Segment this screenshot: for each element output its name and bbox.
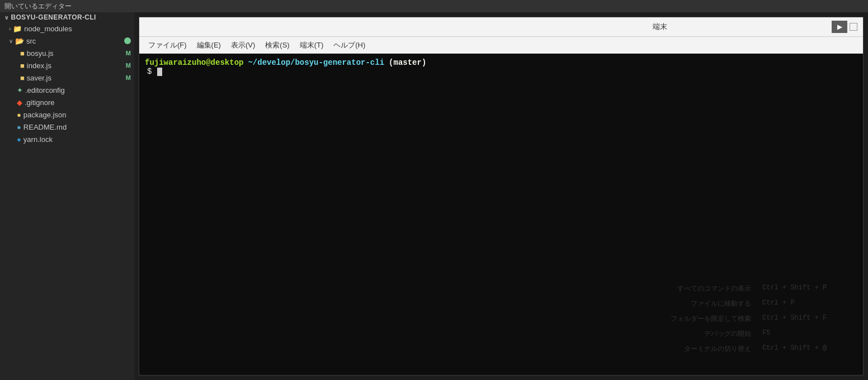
terminal-controls: ▶ xyxy=(832,21,858,33)
menu-edit[interactable]: 編集(E) xyxy=(192,39,225,51)
package-json-icon: ● xyxy=(17,111,21,119)
hint-key-4: Ctrl + Shift + @ xyxy=(762,344,852,354)
readme-label: README.md xyxy=(23,123,134,131)
prompt-path: ~/develop/bosyu-generator-cli xyxy=(248,58,384,67)
terminal-body-inner: fujiwaraizuho@desktop ~/develop/bosyu-ge… xyxy=(145,58,857,370)
readme-icon: ● xyxy=(17,123,21,131)
yarn-lock-label: yarn.lock xyxy=(23,135,134,144)
hints-section: すべてのコマンドの表示 Ctrl + Shift + P ファイルに移動する C… xyxy=(145,284,857,370)
topbar-label: 開いているエディター xyxy=(4,2,72,11)
sidebar-item-package-json[interactable]: ● package.json xyxy=(0,108,134,121)
sidebar-item-node-modules[interactable]: › 📁 node_modules xyxy=(0,22,134,35)
folder-chevron-src: ∨ xyxy=(9,38,13,44)
hint-key-2: Ctrl + Shift + F xyxy=(762,314,852,324)
saver-js-badge: M xyxy=(126,74,131,81)
terminal-container: 端末 ▶ ファイル(F) 編集(E) 表示(V) 検索(S) 端末(T) ヘルプ… xyxy=(134,12,868,380)
hint-row-1: ファイルに移動する Ctrl + P xyxy=(145,299,852,308)
bosyu-js-badge: M xyxy=(126,50,131,56)
js-icon-index: ■ xyxy=(20,61,25,70)
hint-label-0: すべてのコマンドの表示 xyxy=(677,284,751,293)
bosyu-js-label: bosyu.js xyxy=(27,49,126,58)
terminal-maximize-icon[interactable] xyxy=(850,23,857,31)
src-badge xyxy=(124,37,131,44)
sidebar-item-editorconfig[interactable]: ✦ .editorconfig xyxy=(0,84,134,96)
menu-help[interactable]: ヘルプ(H) xyxy=(329,39,370,51)
hint-row-3: デバッグの開始 F5 xyxy=(145,329,852,339)
cursor-block xyxy=(157,68,162,76)
menu-terminal[interactable]: 端末(T) xyxy=(295,39,328,51)
hint-row-4: ターミナルの切り替え Ctrl + Shift + @ xyxy=(145,344,852,354)
folder-chevron-node-modules: › xyxy=(9,26,11,32)
hint-key-1: Ctrl + P xyxy=(762,299,852,308)
package-json-label: package.json xyxy=(23,111,134,119)
gitignore-label: .gitignore xyxy=(25,98,134,107)
sidebar: ∨ BOSYU-GENERATOR-CLI › 📁 node_modules ∨… xyxy=(0,12,134,380)
editorconfig-label: .editorconfig xyxy=(25,86,134,94)
sidebar-item-index-js[interactable]: ■ index.js M xyxy=(0,59,134,72)
menu-file[interactable]: ファイル(F) xyxy=(144,39,191,51)
project-chevron: ∨ xyxy=(4,15,8,21)
terminal-window: 端末 ▶ ファイル(F) 編集(E) 表示(V) 検索(S) 端末(T) ヘルプ… xyxy=(139,17,864,376)
hint-label-1: ファイルに移動する xyxy=(691,299,751,308)
hint-key-0: Ctrl + Shift + P xyxy=(762,284,852,293)
hint-key-3: F5 xyxy=(762,329,852,339)
hint-row-2: フォルダーを限定して検索 Ctrl + Shift + F xyxy=(145,314,852,324)
top-bar: 開いているエディター xyxy=(0,0,868,12)
sidebar-item-saver-js[interactable]: ■ saver.js M xyxy=(0,72,134,84)
prompt-line: fujiwaraizuho@desktop ~/develop/bosyu-ge… xyxy=(145,58,857,67)
editorconfig-icon: ✦ xyxy=(17,86,23,94)
terminal-titlebar: 端末 ▶ xyxy=(139,17,863,37)
terminal-title: 端末 xyxy=(488,22,832,32)
prompt-user: fujiwaraizuho@desktop xyxy=(145,58,243,67)
prompt-dollar: $ xyxy=(147,67,152,76)
gitignore-icon: ◆ xyxy=(17,98,22,107)
js-icon-bosyu: ■ xyxy=(20,49,25,58)
sidebar-item-yarn-lock[interactable]: ● yarn.lock xyxy=(0,133,134,145)
hint-label-2: フォルダーを限定して検索 xyxy=(671,314,751,324)
hint-label-4: ターミナルの切り替え xyxy=(684,344,751,354)
project-root[interactable]: ∨ BOSYU-GENERATOR-CLI xyxy=(0,12,134,22)
yarn-lock-icon: ● xyxy=(17,135,21,144)
hint-row-0: すべてのコマンドの表示 Ctrl + Shift + P xyxy=(145,284,852,293)
src-label: src xyxy=(26,37,124,45)
terminal-run-button[interactable]: ▶ xyxy=(832,21,847,33)
prompt-branch: (master) xyxy=(389,58,426,67)
sidebar-item-src[interactable]: ∨ 📂 src xyxy=(0,35,134,47)
main-layout: ∨ BOSYU-GENERATOR-CLI › 📁 node_modules ∨… xyxy=(0,12,868,380)
index-js-label: index.js xyxy=(27,61,126,70)
terminal-menubar: ファイル(F) 編集(E) 表示(V) 検索(S) 端末(T) ヘルプ(H) xyxy=(139,37,863,54)
hint-label-3: デバッグの開始 xyxy=(704,329,751,339)
terminal-body[interactable]: fujiwaraizuho@desktop ~/develop/bosyu-ge… xyxy=(139,54,863,375)
saver-js-label: saver.js xyxy=(27,74,126,82)
menu-view[interactable]: 表示(V) xyxy=(227,39,260,51)
menu-search[interactable]: 検索(S) xyxy=(261,39,294,51)
sidebar-item-gitignore[interactable]: ◆ .gitignore xyxy=(0,96,134,108)
sidebar-item-bosyu-js[interactable]: ■ bosyu.js M xyxy=(0,47,134,59)
folder-icon-node-modules: 📁 xyxy=(13,25,22,33)
js-icon-saver: ■ xyxy=(20,74,25,82)
terminal-spacer xyxy=(145,76,857,284)
prompt-dollar-line: $ xyxy=(145,67,857,76)
node-modules-label: node_modules xyxy=(24,25,134,33)
sidebar-item-readme[interactable]: ● README.md xyxy=(0,121,134,133)
index-js-badge: M xyxy=(126,62,131,69)
folder-icon-src: 📂 xyxy=(15,37,24,45)
project-name: BOSYU-GENERATOR-CLI xyxy=(11,13,96,21)
